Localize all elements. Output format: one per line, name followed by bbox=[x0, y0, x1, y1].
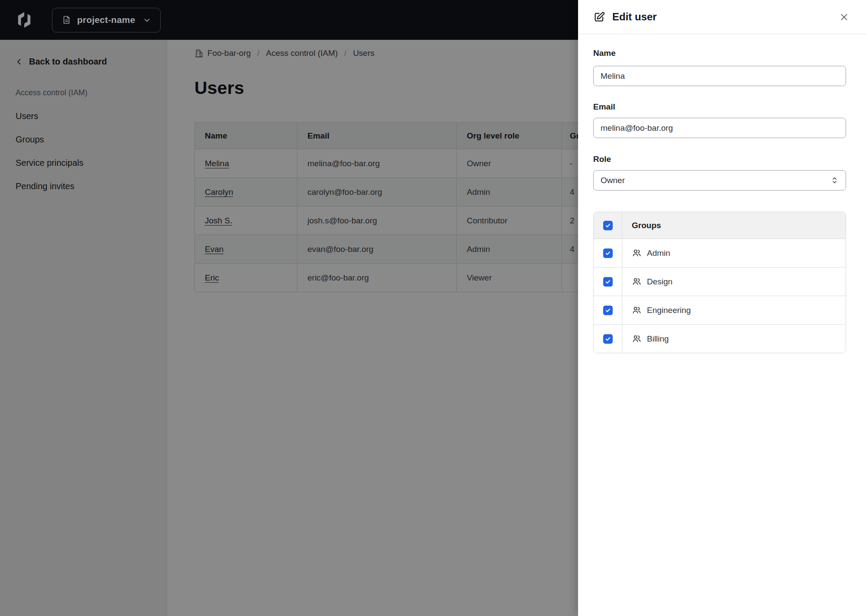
group-label: Billing bbox=[647, 334, 669, 344]
hashicorp-logo bbox=[16, 12, 32, 28]
checkbox-check-icon bbox=[605, 223, 611, 229]
group-design-checkbox[interactable] bbox=[603, 277, 613, 287]
groups-panel: Groups Admin bbox=[593, 212, 846, 353]
drawer-body: Name Email Role Owner Groups bbox=[578, 48, 866, 353]
name-field-label: Name bbox=[593, 48, 846, 58]
role-select-value: Owner bbox=[601, 176, 625, 185]
group-checkcell bbox=[594, 325, 622, 353]
group-admin-checkbox[interactable] bbox=[603, 248, 613, 258]
close-button[interactable] bbox=[837, 10, 850, 23]
modal-overlay-scrim[interactable] bbox=[0, 40, 578, 616]
group-row-admin: Admin bbox=[594, 239, 846, 267]
groups-panel-header-row: Groups bbox=[594, 212, 846, 239]
group-billing-checkbox[interactable] bbox=[603, 334, 613, 344]
role-field-label: Role bbox=[593, 155, 846, 164]
project-name-label: project-name bbox=[77, 15, 135, 25]
group-label: Design bbox=[647, 277, 672, 287]
group-engineering-checkbox[interactable] bbox=[603, 306, 613, 315]
document-icon bbox=[62, 15, 71, 25]
users-group-icon bbox=[632, 277, 642, 287]
group-checkcell bbox=[594, 239, 622, 267]
chevron-down-icon bbox=[143, 16, 151, 24]
group-row-engineering: Engineering bbox=[594, 296, 846, 324]
group-row-design: Design bbox=[594, 267, 846, 296]
group-label: Engineering bbox=[647, 306, 691, 315]
close-icon bbox=[840, 13, 849, 22]
group-label: Admin bbox=[647, 248, 670, 258]
checkbox-check-icon bbox=[605, 250, 611, 256]
name-field[interactable] bbox=[593, 66, 846, 86]
edit-pencil-icon bbox=[593, 11, 605, 23]
checkbox-check-icon bbox=[605, 307, 611, 313]
project-switcher-button[interactable]: project-name bbox=[52, 8, 161, 32]
email-field[interactable] bbox=[593, 118, 846, 138]
role-select[interactable]: Owner bbox=[593, 170, 846, 190]
edit-user-drawer: Edit user Name Email Role Owner bbox=[578, 0, 866, 616]
users-group-icon bbox=[632, 248, 642, 258]
groups-select-all-checkbox[interactable] bbox=[603, 221, 613, 230]
select-stepper-icon bbox=[830, 176, 839, 184]
users-group-icon bbox=[632, 334, 642, 344]
drawer-title: Edit user bbox=[612, 11, 657, 23]
group-checkcell bbox=[594, 296, 622, 324]
drawer-header: Edit user bbox=[578, 0, 866, 34]
users-group-icon bbox=[632, 305, 642, 315]
groups-panel-header-label: Groups bbox=[622, 212, 846, 239]
checkbox-check-icon bbox=[605, 336, 611, 342]
checkbox-check-icon bbox=[605, 279, 611, 285]
email-field-label: Email bbox=[593, 102, 846, 112]
groups-header-checkcell bbox=[594, 212, 622, 239]
group-row-billing: Billing bbox=[594, 324, 846, 353]
group-checkcell bbox=[594, 268, 622, 296]
